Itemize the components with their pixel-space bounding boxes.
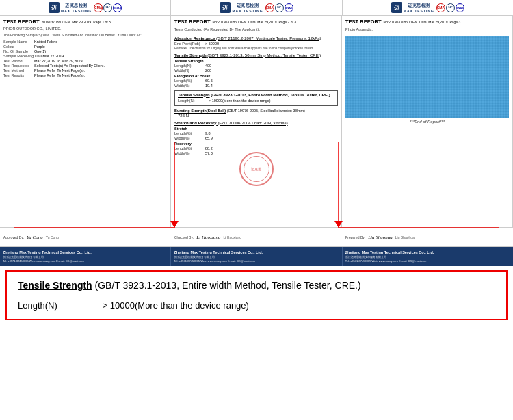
doc1-test-method-value: Please Refer To Next Page(s). — [34, 68, 85, 73]
sig-prepared-value: Liu Shaohua — [368, 235, 393, 240]
cnas-badge-1: CNAS — [113, 3, 122, 12]
doc3-date: Date: Mar 29,2019 — [419, 20, 447, 24]
doc2-tests-conducted: Tests Conducted (As Requested By The App… — [174, 27, 338, 33]
footer: Zhejiang Max Testing Technical Services … — [0, 247, 513, 266]
footer-col-1: Zhejiang Max Testing Technical Services … — [0, 247, 171, 266]
sig-approved: Approved By: Yu Cong Yu Cong — [3, 235, 168, 240]
big-highlight-data: Length(N) > 10000(More than the device r… — [18, 300, 495, 311]
doc1-colour-label: Colour — [3, 44, 34, 49]
doc2-stretch-width-label: Width(%) — [174, 136, 205, 140]
doc2-elongation-length-row: Length(%) 60.6 — [174, 79, 338, 83]
doc2-abrasion-ep-value: > 50000 — [205, 42, 219, 46]
docs-area: TEST REPORT 20190370860/1EN Mar 29,2019 … — [0, 16, 513, 228]
doc1-sample-name-label: Sample Name — [3, 40, 34, 44]
doc2-elongation-label: Elongation At Break — [174, 74, 338, 78]
tensile2-standard: (GB/T 3923.1-2013, Entire width Method, … — [211, 93, 330, 97]
doc1-no-sample-label: No. Of Sample — [3, 49, 34, 53]
footer-company-3: Zhejiang Max Testing Technical Services … — [345, 250, 510, 254]
doc2-elong-length-label: Length(%) — [174, 79, 205, 83]
doc1-title: TEST REPORT — [3, 18, 40, 25]
logo-eng-3: MAX TESTING — [404, 9, 434, 13]
footer-tel-3: Tel: +0571-87450005 — [345, 259, 371, 263]
footer-address-3: 浙江迈克思检测技术服务有限公司 — [345, 255, 510, 259]
logo-icon-2: 迈 — [220, 2, 231, 13]
svg-rect-3 — [345, 36, 509, 118]
doc1-test-requested-value: Selected Tests(s) As Requested By Client… — [34, 64, 105, 68]
doc1-test-requested-label: Test Requested — [3, 64, 34, 68]
logo-eng-2: MAX TESTING — [232, 9, 263, 13]
doc2-recovery-length-row: Length(%) 88.2 — [174, 146, 338, 150]
doc1-test-period-value: Mar 27,2019 To Mar 29,2019 — [34, 59, 83, 63]
sig-approved-name-label: Yu Cong — [46, 235, 59, 239]
doc1-no-sample-value: One(1) — [34, 49, 46, 53]
sig-checked-label: Checked By: — [174, 235, 194, 239]
doc2-stretch-width-value: 65.9 — [205, 136, 213, 140]
doc2-elong-width-label: Width(%) — [174, 83, 205, 88]
footer-email-3: E-mail: CS@maxi.com — [399, 259, 426, 263]
logo-2: 迈 迈克思检测 MAX TESTING — [220, 2, 263, 13]
footer-col-3: Zhejiang Max Testing Technical Services … — [343, 247, 513, 266]
doc2-stretch-standard: (FZ/T 70006-2004 Load: 20N, 3 times) — [218, 121, 287, 125]
doc2-elongation-width-row: Width(%) 19.4 — [174, 83, 338, 88]
footer-tel-1: Tel: +0571-87450005 — [3, 259, 29, 263]
big-highlight-value: > 10000(More than the device range) — [103, 300, 249, 311]
header: 迈 迈克思检测 MAX TESTING CMA SAC CNAS 迈 迈克思检测… — [0, 0, 513, 16]
doc1-test-results-value: Please Refer To Next Page(s). — [34, 73, 85, 77]
doc2-tensile-length-label: Length(N) — [174, 64, 205, 68]
sac-badge-1: SAC — [103, 3, 112, 12]
doc1-date: Mar 29,2019 — [72, 20, 91, 24]
doc2-recovery-width-label: Width(%) — [174, 151, 205, 155]
doc2-recovery-width-value: 57.3 — [205, 151, 213, 155]
cert-badges-2: CMA SAC CNAS — [265, 3, 293, 12]
doc2-page: Page 2 of 3 — [278, 20, 296, 24]
logo-1: 迈 迈克思检测 MAX TESTING — [49, 2, 92, 13]
cert-badges-1: CMA SAC CNAS — [94, 3, 122, 12]
footer-company-2: Zhejiang Max Testing Technical Services … — [174, 250, 339, 254]
doc2-bursting-standard: (GB/T 19976-2005, Steel ball diameter: 3… — [227, 109, 305, 113]
header-col-1: 迈 迈克思检测 MAX TESTING CMA SAC CNAS — [0, 0, 171, 15]
fabric-svg — [345, 36, 509, 118]
doc1-test-results-row: Test Results Please Refer To Next Page(s… — [3, 73, 167, 77]
doc3-page: Page 3... — [449, 20, 463, 24]
sac-badge-2: SAC — [275, 3, 284, 12]
doc1-test-requested-row: Test Requested Selected Tests(s) As Requ… — [3, 64, 167, 68]
doc1-receiving-row: Sample Receiving Date Mar 27,2019 — [3, 54, 167, 58]
fabric-photo — [345, 36, 509, 118]
big-highlight-title-rest: (GB/T 3923.1-2013, Entire width Method, … — [92, 280, 361, 291]
footer-details-3: Tel: +0571-87450005 Web: www.maxg.com E-… — [345, 259, 510, 263]
red-stamp: 迈克思 — [239, 152, 274, 186]
doc2-date: Date: Mar 29,2019 — [248, 20, 276, 24]
doc1-receiving-value: Mar 27,2019 — [42, 54, 64, 58]
footer-tel-2: Tel: +0571-87450005 — [174, 259, 200, 263]
doc2-recovery-length-value: 88.2 — [205, 146, 213, 150]
tensile2-title: Tensile Strength — [178, 93, 210, 97]
sig-checked-name-label: Li Haoxiang — [224, 235, 241, 239]
footer-web-1: Web: www.maxg.com — [29, 259, 55, 263]
logo-chinese-3: 迈克思检测 — [408, 3, 430, 9]
header-col-3: 迈 迈克思检测 MAX TESTING CMA SAC CNAS — [343, 0, 513, 15]
doc3-photo-label: Photo Appendix: — [345, 27, 509, 33]
doc2-tensile-width-value: 260 — [205, 68, 211, 73]
doc2-tensile-length-row: Length(N) 400 — [174, 64, 338, 68]
doc2-abrasion-title: Abrasion Resistance (GB/T 21196.2-2007, … — [174, 36, 338, 40]
doc1-colour-row: Colour Purple — [3, 44, 167, 49]
logo-icon-3: 迈 — [391, 2, 402, 13]
footer-details-1: Tel: +0571-87450005 Web: www.maxg.com E-… — [3, 259, 168, 263]
doc2-recovery-length-label: Length(%) — [174, 146, 205, 150]
doc2-elong-length-value: 60.6 — [205, 79, 213, 83]
sig-approved-label: Approved By: — [3, 235, 24, 239]
footer-details-2: Tel: +0571-87450005 Web: www.maxg.com E-… — [174, 259, 339, 263]
footer-email-1: E-mail: CS@maxi.com — [56, 259, 83, 263]
doc1-receiving-label: Sample Receiving Date — [3, 54, 42, 58]
tensile2-box-title: Tensile Strength (GB/T 3923.1-2013, Enti… — [178, 93, 334, 97]
doc1-client: PRIOR OUTDOOR CO., LIMITED. — [3, 27, 167, 32]
tensile2-length-label: Length(N) — [178, 99, 209, 103]
cma-badge-1: CMA — [94, 3, 103, 12]
doc1-no-of-sample-row: No. Of Sample One(1) — [3, 49, 167, 53]
footer-company-1: Zhejiang Max Testing Technical Services … — [3, 250, 168, 254]
photo-container — [345, 36, 509, 118]
sac-badge-3: SAC — [446, 3, 455, 12]
doc2-stretch-label: Stretch — [174, 127, 338, 131]
doc2-tensile-length-value: 400 — [205, 64, 211, 68]
doc2-stretch-title: Stretch and Recovery (FZ/T 70006-2004 Lo… — [174, 121, 338, 125]
